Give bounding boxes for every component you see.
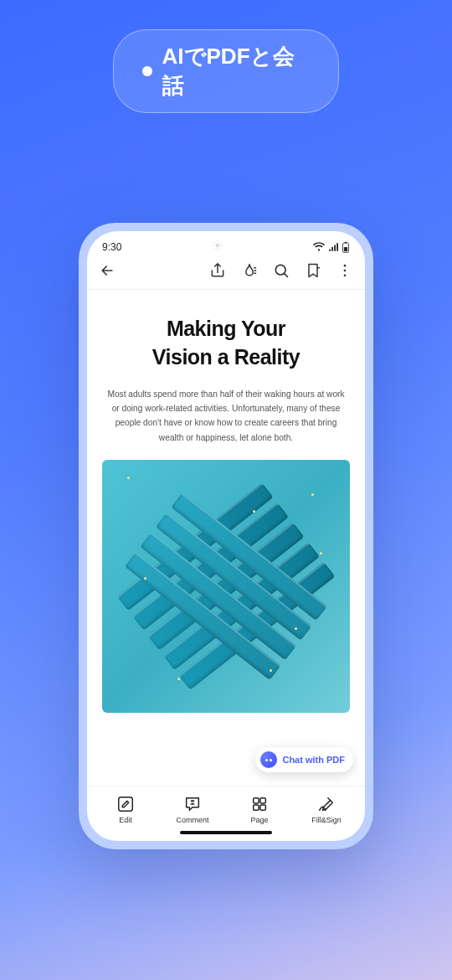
svg-rect-11: [260, 798, 265, 803]
page-tab-label: Page: [250, 816, 268, 824]
svg-rect-3: [344, 247, 347, 251]
ink-annotation-button[interactable]: [241, 262, 258, 279]
edit-tab[interactable]: Edit: [96, 795, 155, 824]
fill-sign-tab[interactable]: Fill&Sign: [297, 795, 356, 824]
back-button[interactable]: [99, 262, 116, 279]
top-toolbar: [87, 257, 365, 290]
document-body-paragraph: Most adults spend more than half of thei…: [102, 387, 350, 445]
document-title: Making Your Vision a Reality: [102, 315, 350, 372]
svg-rect-13: [260, 805, 265, 810]
more-button[interactable]: [336, 262, 353, 279]
chat-with-pdf-label: Chat with PDF: [282, 755, 345, 765]
comment-tab[interactable]: T Comment: [163, 795, 222, 824]
document-viewport[interactable]: Making Your Vision a Reality Most adults…: [87, 290, 365, 786]
wifi-icon: [313, 242, 325, 252]
battery-icon: [342, 241, 350, 253]
phone-frame: 9:30: [79, 223, 373, 849]
svg-point-7: [344, 275, 347, 277]
home-indicator[interactable]: [180, 831, 272, 834]
phone-screen: 9:30: [87, 231, 365, 841]
brightness-icon: [212, 240, 223, 254]
chat-with-pdf-button[interactable]: Chat with PDF: [255, 747, 353, 772]
share-button[interactable]: [209, 262, 226, 279]
document-image: [102, 460, 350, 713]
header-tagline-pill: AIでPDFと会話: [113, 29, 339, 113]
edit-tab-label: Edit: [119, 816, 132, 824]
status-bar: 9:30: [87, 231, 365, 257]
bullet-dot-icon: [142, 66, 152, 76]
search-button[interactable]: [273, 262, 290, 279]
svg-rect-8: [119, 797, 133, 812]
bottom-toolbar: Edit T Comment Page Fill&Sign: [87, 786, 365, 828]
cellular-icon: [328, 242, 338, 252]
page-tab[interactable]: Page: [230, 795, 289, 824]
document-title-line1: Making Your: [167, 317, 285, 340]
svg-point-5: [344, 265, 347, 267]
bookmark-button[interactable]: [305, 262, 321, 279]
svg-rect-2: [345, 241, 347, 242]
svg-text:T: T: [191, 798, 195, 806]
svg-rect-10: [254, 798, 259, 803]
header-tagline-text: AIでPDFと会話: [162, 42, 310, 101]
fill-sign-tab-label: Fill&Sign: [311, 816, 342, 824]
ai-avatar-icon: [260, 751, 277, 768]
comment-tab-label: Comment: [176, 816, 208, 824]
svg-rect-12: [254, 805, 259, 810]
status-time: 9:30: [102, 241, 121, 253]
svg-point-0: [216, 244, 219, 247]
svg-point-6: [344, 270, 347, 272]
document-title-line2: Vision a Reality: [152, 345, 300, 369]
svg-point-4: [275, 265, 285, 275]
